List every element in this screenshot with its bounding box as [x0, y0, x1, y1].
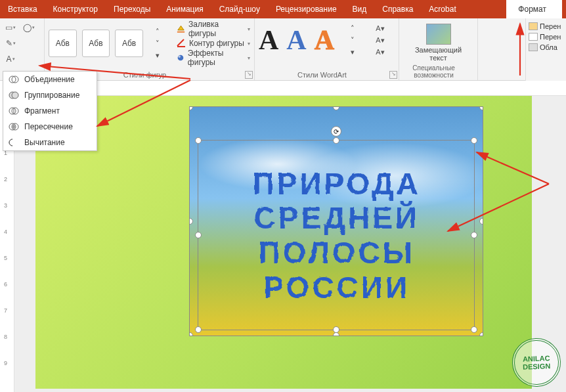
- tab-format[interactable]: Формат: [506, 0, 566, 18]
- style-swatch-1[interactable]: Абв: [49, 30, 77, 57]
- style-swatch-3[interactable]: Абв: [115, 30, 143, 57]
- gallery-up-icon[interactable]: ˄: [150, 26, 165, 37]
- merge-intersect-item[interactable]: Пересечение: [3, 119, 97, 135]
- slide-text-line-3: ПОЛОСЫ: [258, 236, 414, 269]
- shape-outline-button[interactable]: Контур фигуры▾: [176, 37, 250, 50]
- resize-handle[interactable]: [471, 232, 477, 238]
- tab-acrobat[interactable]: Acrobat: [421, 0, 464, 18]
- svg-point-3: [178, 56, 180, 58]
- resize-handle[interactable]: [479, 332, 483, 336]
- alt-text-label: Замещающий текст: [415, 46, 462, 62]
- shapes-gallery-button[interactable]: ▭: [3, 21, 18, 34]
- shape-fill-button[interactable]: Заливка фигуры▾: [176, 22, 250, 35]
- wordart-dialog-launcher[interactable]: ↘: [389, 71, 397, 79]
- selection-pane-button[interactable]: Обла: [529, 43, 566, 51]
- picture-placeholder[interactable]: ⟳ ⟳ ПРИРОДА СРЕДНЕЙ ПОЛОСЫ РОССИИ: [189, 106, 483, 336]
- tab-review[interactable]: Рецензирование: [268, 0, 345, 18]
- tab-insert[interactable]: Вставка: [0, 0, 45, 18]
- shape-outline-label: Контур фигуры: [189, 39, 244, 48]
- slide[interactable]: ⟳ ⟳ ПРИРОДА СРЕДНЕЙ ПОЛОСЫ РОССИИ: [35, 96, 532, 389]
- resize-handle[interactable]: [333, 332, 339, 336]
- wordart-style-2[interactable]: A: [286, 26, 306, 54]
- merge-union-item[interactable]: Объединение: [3, 72, 97, 87]
- tab-design[interactable]: Конструктор: [45, 0, 106, 18]
- resize-handle[interactable]: [189, 106, 193, 110]
- shape-effects-label: Эффекты фигуры: [188, 49, 245, 67]
- text-fill-button[interactable]: A▾: [372, 22, 388, 34]
- resize-handle[interactable]: [471, 326, 477, 333]
- rotate-handle-inner-icon[interactable]: ⟳: [331, 126, 341, 137]
- wordart-styles-group: A A A ˄ ˅ ▾ A▾ A▾ A▾ Стили WordArt ↘: [255, 18, 399, 80]
- arrange-pane-partial: Перен Перен Обла: [525, 18, 566, 81]
- svg-point-2: [178, 55, 184, 61]
- wordart-gallery-up-icon[interactable]: ˄: [345, 22, 360, 34]
- wordart-text-box[interactable]: ⟳ ПРИРОДА СРЕДНЕЙ ПОЛОСЫ РОССИИ: [198, 140, 475, 330]
- resize-handle[interactable]: [189, 332, 193, 336]
- wordart-gallery-more-icon[interactable]: ▾: [345, 46, 360, 58]
- tab-help[interactable]: Справка: [374, 0, 421, 18]
- resize-handle[interactable]: [479, 106, 483, 110]
- shape-styles-dialog-launcher[interactable]: ↘: [245, 71, 253, 79]
- merge-union-label: Объединение: [24, 75, 75, 84]
- resize-handle[interactable]: [195, 326, 202, 333]
- merge-fragment-item[interactable]: Фрагмент: [3, 103, 97, 119]
- ribbon-tab-strip: Вставка Конструктор Переходы Анимация Сл…: [0, 0, 566, 18]
- shape-fill-label: Заливка фигуры: [188, 20, 245, 38]
- send-backward-button[interactable]: Перен: [529, 33, 566, 41]
- resize-handle[interactable]: [195, 137, 202, 144]
- merge-subtract-item[interactable]: Вычитание: [3, 135, 97, 150]
- horizontal-ruler: [14, 84, 566, 96]
- svg-rect-1: [177, 46, 185, 47]
- resize-handle[interactable]: [333, 137, 339, 144]
- merge-fragment-label: Фрагмент: [24, 106, 60, 116]
- merge-combine-item[interactable]: Группирование: [3, 87, 97, 103]
- tab-slideshow[interactable]: Слайд-шоу: [211, 0, 268, 18]
- accessibility-group: Замещающий текст Специальные возможности: [399, 18, 478, 80]
- merge-shapes-button[interactable]: ◯: [21, 21, 37, 34]
- bring-forward-button[interactable]: Перен: [529, 22, 566, 30]
- resize-handle[interactable]: [189, 218, 193, 225]
- wordart-gallery-down-icon[interactable]: ˅: [345, 34, 360, 46]
- tab-view[interactable]: Вид: [345, 0, 375, 18]
- resize-handle[interactable]: [195, 232, 202, 238]
- accessibility-group-label: Специальные возможности: [399, 64, 468, 79]
- text-outline-button[interactable]: A▾: [372, 34, 388, 46]
- resize-handle[interactable]: [479, 218, 483, 225]
- wordart-style-3[interactable]: A: [315, 26, 334, 54]
- slide-canvas[interactable]: ⟳ ⟳ ПРИРОДА СРЕДНЕЙ ПОЛОСЫ РОССИИ: [14, 96, 566, 392]
- svg-point-7: [12, 92, 18, 98]
- alt-text-icon[interactable]: [426, 24, 451, 45]
- merge-intersect-label: Пересечение: [24, 122, 73, 131]
- shape-effects-button[interactable]: Эффекты фигуры▾: [176, 51, 250, 64]
- resize-handle[interactable]: [333, 106, 339, 110]
- tab-transitions[interactable]: Переходы: [106, 0, 158, 18]
- wordart-style-1[interactable]: A: [259, 26, 278, 54]
- gallery-more-icon[interactable]: ▾: [150, 49, 165, 61]
- edit-shape-button[interactable]: ✎: [3, 37, 18, 50]
- slide-text-line-2: СРЕДНЕЙ: [253, 201, 419, 234]
- text-box-button[interactable]: A: [3, 53, 18, 66]
- slide-text-line-1: ПРИРОДА: [252, 167, 420, 200]
- svg-rect-0: [177, 32, 185, 33]
- gallery-down-icon[interactable]: ˅: [150, 37, 165, 49]
- style-swatch-2[interactable]: Абв: [82, 30, 110, 57]
- slide-text-line-4: РОССИИ: [263, 271, 409, 304]
- wordart-styles-group-label: Стили WordArt: [255, 71, 389, 79]
- resize-handle[interactable]: [471, 137, 477, 144]
- merge-subtract-label: Вычитание: [24, 138, 65, 147]
- merge-combine-label: Группирование: [24, 91, 79, 100]
- text-effects-button[interactable]: A▾: [372, 46, 388, 58]
- merge-shapes-menu: Объединение Группирование Фрагмент Перес…: [3, 71, 97, 151]
- tab-animations[interactable]: Анимация: [158, 0, 211, 18]
